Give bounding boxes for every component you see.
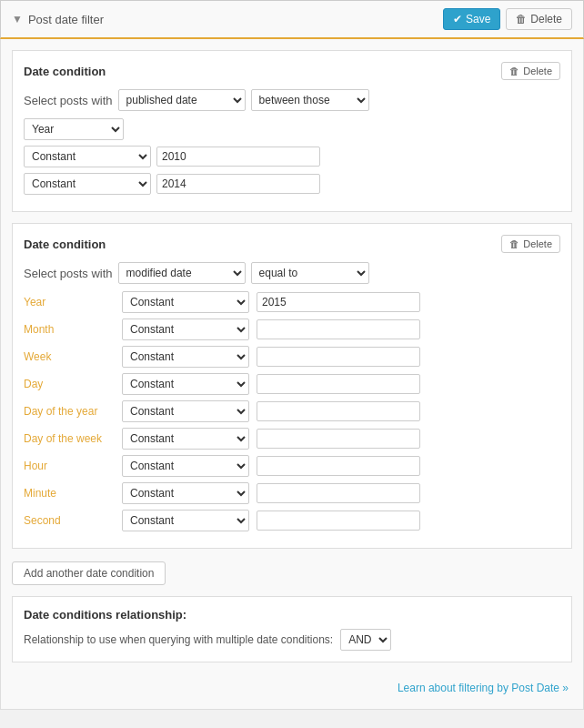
field-row-week: Week Constant Variable — [24, 346, 560, 368]
relationship-title: Date conditions relationship: — [24, 608, 560, 622]
select-posts-label-1: Select posts with — [24, 94, 113, 107]
minute-field-label: Minute — [24, 487, 115, 500]
field-row-day-of-year: Day of the year Constant Variable — [24, 400, 560, 422]
hour-field-label: Hour — [24, 460, 115, 472]
minute-constant-input[interactable] — [257, 483, 420, 503]
equal-select-2[interactable]: equal to between those before after — [251, 262, 369, 284]
day-of-week-constant-input[interactable] — [257, 429, 420, 449]
main-content: Date condition 🗑 Delete Select posts wit… — [0, 39, 584, 710]
constant-select-1b[interactable]: Constant Variable — [24, 173, 151, 195]
month-constant-input[interactable] — [257, 319, 420, 339]
second-field-label: Second — [24, 514, 115, 527]
field-row-day-of-week: Day of the week Constant Variable — [24, 428, 560, 450]
published-date-select-1[interactable]: published date modified date — [118, 89, 246, 111]
field-row-month: Month Constant Variable — [24, 318, 560, 340]
day-constant-select[interactable]: Constant Variable — [122, 373, 249, 395]
day-of-year-constant-select[interactable]: Constant Variable — [122, 400, 249, 422]
second-constant-input[interactable] — [257, 511, 420, 531]
add-condition-button[interactable]: Add another date condition — [12, 561, 166, 585]
header-delete-button[interactable]: 🗑 Delete — [506, 8, 572, 30]
year-constant-select[interactable]: Constant Variable — [122, 291, 249, 313]
date-condition-1-delete-button[interactable]: 🗑 Delete — [501, 62, 560, 80]
header-title: Post date filter — [28, 13, 104, 26]
date-condition-1: Date condition 🗑 Delete Select posts wit… — [12, 50, 572, 212]
header-title-container: ▼ Post date filter — [12, 13, 104, 26]
hour-constant-select[interactable]: Constant Variable — [122, 455, 249, 477]
year-field-label: Year — [24, 296, 115, 308]
relationship-block: Date conditions relationship: Relationsh… — [12, 596, 572, 662]
trash-icon-2: 🗑 — [509, 238, 519, 249]
date-condition-2: Date condition 🗑 Delete Select posts wit… — [12, 223, 572, 549]
year-select-1[interactable]: Year Month Week Day — [24, 118, 124, 140]
header-buttons: ✔ Save 🗑 Delete — [443, 8, 572, 30]
hour-constant-input[interactable] — [257, 456, 420, 476]
trash-icon: 🗑 — [516, 13, 527, 25]
relationship-row: Relationship to use when querying with m… — [24, 629, 560, 651]
constant-row-1b: Constant Variable — [24, 173, 560, 195]
modified-date-select-2[interactable]: published date modified date — [118, 262, 246, 284]
select-posts-row-1: Select posts with published date modifie… — [24, 89, 560, 111]
day-field-label: Day — [24, 378, 115, 390]
field-row-day: Day Constant Variable — [24, 373, 560, 395]
constant-select-1a[interactable]: Constant Variable — [24, 146, 151, 167]
day-of-week-constant-select[interactable]: Constant Variable — [122, 428, 249, 450]
filter-header: ▼ Post date filter ✔ Save 🗑 Delete — [0, 0, 584, 39]
relationship-label: Relationship to use when querying with m… — [24, 633, 333, 646]
select-posts-label-2: Select posts with — [24, 267, 113, 280]
save-button[interactable]: ✔ Save — [443, 8, 500, 30]
field-row-minute: Minute Constant Variable — [24, 482, 560, 504]
day-of-year-field-label: Day of the year — [24, 405, 115, 418]
checkmark-icon: ✔ — [453, 13, 462, 25]
field-row-year: Year Constant Variable — [24, 291, 560, 313]
between-select-1[interactable]: between those equal to before after — [251, 89, 369, 111]
week-field-label: Week — [24, 350, 115, 363]
date-condition-2-header: Date condition 🗑 Delete — [24, 235, 560, 253]
date-condition-2-title: Date condition — [24, 238, 106, 251]
constant-input-1a[interactable] — [156, 147, 320, 167]
trash-icon-1: 🗑 — [509, 66, 519, 76]
constant-input-1b[interactable] — [156, 174, 320, 194]
learn-more-section: Learn about filtering by Post Date » — [12, 673, 572, 698]
year-constant-input[interactable] — [257, 292, 420, 312]
month-field-label: Month — [24, 323, 115, 336]
month-constant-select[interactable]: Constant Variable — [122, 318, 249, 340]
minute-constant-select[interactable]: Constant Variable — [122, 482, 249, 504]
date-condition-1-header: Date condition 🗑 Delete — [24, 62, 560, 80]
field-row-second: Second Constant Variable — [24, 510, 560, 531]
day-of-year-constant-input[interactable] — [257, 401, 420, 421]
week-constant-input[interactable] — [257, 347, 420, 367]
filter-icon: ▼ — [12, 13, 23, 25]
constant-row-1a: Constant Variable — [24, 146, 560, 167]
learn-more-link[interactable]: Learn about filtering by Post Date » — [398, 682, 569, 694]
second-constant-select[interactable]: Constant Variable — [122, 510, 249, 531]
day-of-week-field-label: Day of the week — [24, 432, 115, 445]
year-row-1: Year Month Week Day — [24, 118, 560, 140]
field-row-hour: Hour Constant Variable — [24, 455, 560, 477]
add-condition-container: Add another date condition — [12, 560, 572, 585]
select-posts-row-2: Select posts with published date modifie… — [24, 262, 560, 284]
relationship-select[interactable]: AND OR — [340, 629, 391, 651]
date-condition-1-title: Date condition — [24, 65, 106, 78]
week-constant-select[interactable]: Constant Variable — [122, 346, 249, 368]
day-constant-input[interactable] — [257, 374, 420, 394]
date-condition-2-delete-button[interactable]: 🗑 Delete — [501, 235, 560, 253]
